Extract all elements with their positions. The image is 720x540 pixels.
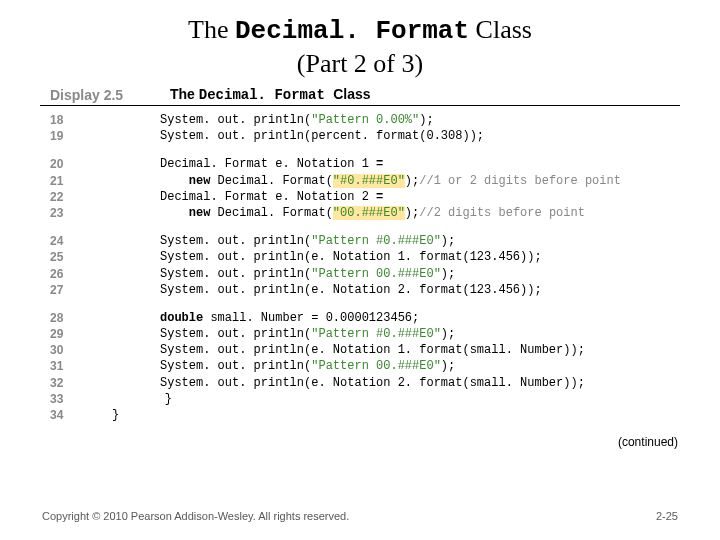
line-number: 21 — [40, 173, 86, 189]
code-line: 18System. out. println("Pattern 0.00%"); — [40, 112, 680, 128]
copyright: Copyright © 2010 Pearson Addison-Wesley.… — [42, 510, 349, 522]
code-line: 25System. out. println(e. Notation 1. fo… — [40, 249, 680, 265]
code-content: System. out. println(percent. format(0.3… — [86, 128, 680, 144]
code-content: double small. Number = 0.0000123456; — [86, 310, 680, 326]
code-line: 22Decimal. Format e. Notation 2 = — [40, 189, 680, 205]
code-content: new Decimal. Format("#0.###E0");//1 or 2… — [86, 173, 680, 189]
footer: Copyright © 2010 Pearson Addison-Wesley.… — [0, 510, 720, 522]
line-number: 33 — [40, 391, 86, 407]
code-content: } — [86, 407, 680, 423]
code-block: 24System. out. println("Pattern #0.###E0… — [40, 233, 680, 298]
slide: The Decimal. Format Class (Part 2 of 3) … — [0, 0, 720, 540]
code-line: 27System. out. println(e. Notation 2. fo… — [40, 282, 680, 298]
title-prefix: The — [188, 15, 235, 44]
line-number: 25 — [40, 249, 86, 265]
code-line: 23 new Decimal. Format("00.###E0");//2 d… — [40, 205, 680, 221]
code-line: 33 } — [40, 391, 680, 407]
code-block: 28double small. Number = 0.0000123456;29… — [40, 310, 680, 423]
code-line: 26System. out. println("Pattern 00.###E0… — [40, 266, 680, 282]
code-line: 21 new Decimal. Format("#0.###E0");//1 o… — [40, 173, 680, 189]
code-block: 20Decimal. Format e. Notation 1 =21 new … — [40, 156, 680, 221]
line-number: 22 — [40, 189, 86, 205]
line-number: 19 — [40, 128, 86, 144]
code-block: 18System. out. println("Pattern 0.00%");… — [40, 112, 680, 144]
page-number: 2-25 — [656, 510, 678, 522]
code-content: System. out. println(e. Notation 1. form… — [86, 249, 680, 265]
code-line: 20Decimal. Format e. Notation 1 = — [40, 156, 680, 172]
line-number: 24 — [40, 233, 86, 249]
line-number: 23 — [40, 205, 86, 221]
display-title: The Decimal. Format Class — [170, 86, 371, 103]
line-number: 30 — [40, 342, 86, 358]
code-content: System. out. println("Pattern 0.00%"); — [86, 112, 680, 128]
code-line: 30System. out. println(e. Notation 1. fo… — [40, 342, 680, 358]
title-line2: (Part 2 of 3) — [297, 49, 423, 78]
code-content: System. out. println("Pattern 00.###E0")… — [86, 358, 680, 374]
line-number: 28 — [40, 310, 86, 326]
code-content: Decimal. Format e. Notation 2 = — [86, 189, 680, 205]
code-content: System. out. println("Pattern #0.###E0")… — [86, 326, 680, 342]
line-number: 34 — [40, 407, 86, 423]
slide-title: The Decimal. Format Class (Part 2 of 3) — [0, 0, 720, 80]
code-line: 28double small. Number = 0.0000123456; — [40, 310, 680, 326]
code-line: 29System. out. println("Pattern #0.###E0… — [40, 326, 680, 342]
code-content: System. out. println(e. Notation 2. form… — [86, 375, 680, 391]
code-line: 24System. out. println("Pattern #0.###E0… — [40, 233, 680, 249]
code-line: 34} — [40, 407, 680, 423]
code-content: Decimal. Format e. Notation 1 = — [86, 156, 680, 172]
code-line: 32System. out. println(e. Notation 2. fo… — [40, 375, 680, 391]
display-header: Display 2.5 The Decimal. Format Class — [40, 86, 680, 106]
code-content: new Decimal. Format("00.###E0");//2 digi… — [86, 205, 680, 221]
code-content: System. out. println(e. Notation 1. form… — [86, 342, 680, 358]
code-content: System. out. println("Pattern #0.###E0")… — [86, 233, 680, 249]
continued-label: (continued) — [0, 435, 720, 449]
code-content: System. out. println("Pattern 00.###E0")… — [86, 266, 680, 282]
title-suffix: Class — [469, 15, 532, 44]
code-area: 18System. out. println("Pattern 0.00%");… — [40, 112, 680, 423]
line-number: 29 — [40, 326, 86, 342]
display-label: Display 2.5 — [40, 87, 170, 103]
line-number: 26 — [40, 266, 86, 282]
code-content: } — [86, 391, 680, 407]
line-number: 18 — [40, 112, 86, 128]
code-content: System. out. println(e. Notation 2. form… — [86, 282, 680, 298]
line-number: 20 — [40, 156, 86, 172]
title-classname: Decimal. Format — [235, 16, 469, 46]
line-number: 32 — [40, 375, 86, 391]
line-number: 31 — [40, 358, 86, 374]
code-line: 19System. out. println(percent. format(0… — [40, 128, 680, 144]
code-line: 31System. out. println("Pattern 00.###E0… — [40, 358, 680, 374]
line-number: 27 — [40, 282, 86, 298]
